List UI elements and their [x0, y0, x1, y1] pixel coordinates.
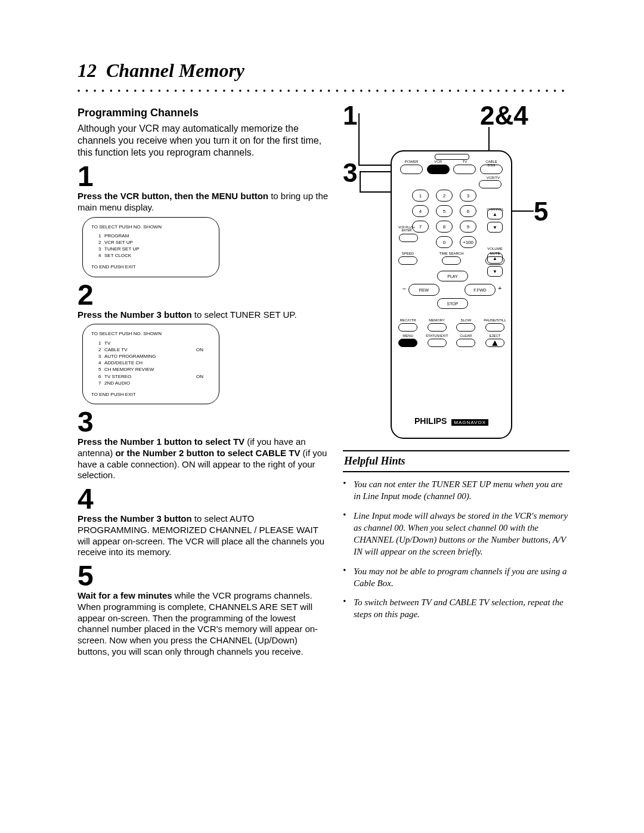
hint-text: Line Input mode will always be stored in… — [354, 510, 569, 558]
bullet-icon: • — [343, 596, 354, 621]
top-mode-row: POWER VCR TV CABLE DSS — [400, 165, 503, 174]
rewind-button[interactable]: REW — [408, 284, 439, 296]
slow-button[interactable] — [456, 323, 475, 332]
hint-item: •Line Input mode will always be stored i… — [343, 510, 569, 558]
menu-option: 2VCR SET UP — [98, 239, 210, 246]
page-title: Channel Memory — [106, 60, 244, 82]
tv-mode-button[interactable]: TV — [453, 165, 476, 174]
speed-button[interactable] — [398, 256, 417, 265]
option-label: CABLE TV — [104, 346, 196, 353]
label: CHANNEL — [487, 208, 504, 211]
eject-icon: ▲ — [490, 337, 500, 348]
play-button[interactable]: PLAY — [437, 271, 468, 281]
number-keypad: 1234567890+100 — [412, 190, 476, 248]
status-exit-button[interactable] — [428, 339, 447, 347]
hint-text: You may not be able to program channels … — [354, 565, 569, 590]
option-state — [196, 252, 210, 259]
menu-button[interactable] — [398, 339, 417, 347]
number-0-button[interactable]: 0 — [436, 236, 453, 248]
number-9-button[interactable]: 9 — [460, 221, 476, 233]
menu-option: 2CABLE TVON — [98, 346, 210, 353]
line — [360, 171, 361, 193]
option-state — [196, 360, 210, 366]
option-number: 1 — [98, 233, 104, 239]
page: 12 Channel Memory • • • • • • • • • • • … — [78, 60, 569, 660]
bullet-icon: • — [343, 478, 354, 503]
row-4: REC/OTR MEMORY SLOW PAUSE/STILL — [398, 318, 505, 332]
plus-label: + — [498, 285, 501, 292]
remote-diagram: 1 2&4 3 5 POWER VCR — [343, 104, 569, 438]
option-label: SET CLOCK — [104, 252, 196, 259]
menu-option: 72ND AUDIO — [98, 380, 210, 386]
option-state — [196, 353, 210, 360]
bullet-icon: • — [343, 565, 354, 590]
option-label: AUTO PROGRAMMING — [104, 353, 196, 360]
header-divider: • • • • • • • • • • • • • • • • • • • • … — [78, 86, 569, 95]
power-button[interactable]: POWER — [400, 165, 423, 174]
stop-button[interactable]: STOP — [437, 298, 468, 309]
menu-option: 5CH MEMORY REVIEW — [98, 366, 210, 373]
vcr-mode-button[interactable]: VCR — [427, 165, 450, 174]
number-3-button[interactable]: 3 — [460, 190, 476, 202]
option-number: 6 — [98, 373, 104, 380]
number-6-button[interactable]: 6 — [460, 205, 476, 217]
number-5-button[interactable]: 5 — [436, 205, 453, 217]
menu-footer: TO END PUSH EXIT — [91, 264, 210, 270]
page-number: 12 — [78, 60, 97, 82]
option-state — [196, 340, 210, 346]
brand-philips: PHILIPS — [414, 416, 447, 426]
menu-option: 1TV — [98, 340, 210, 346]
channel-down-button[interactable]: ▼ — [487, 222, 503, 233]
menu-header: TO SELECT PUSH NO. SHOWN — [91, 330, 210, 337]
number-8-button[interactable]: 8 — [436, 221, 453, 233]
clear-button[interactable] — [456, 339, 475, 347]
option-label: TUNER SET UP — [104, 246, 196, 252]
eject-button[interactable]: ▲ — [485, 339, 504, 347]
ffwd-button[interactable]: F.FWD — [465, 284, 496, 296]
option-label: VCR SET UP — [104, 239, 196, 246]
rec-otr-button[interactable] — [398, 323, 417, 332]
vcr-tv-button[interactable]: VCR/TV — [479, 180, 501, 188]
helpful-hints-title: Helpful Hints — [343, 450, 569, 472]
time-search-button[interactable] — [442, 256, 461, 265]
option-number: 1 — [98, 340, 104, 346]
line — [511, 210, 534, 212]
label: CLEAR — [460, 334, 472, 337]
row-5: MENU STATUS/EXIT CLEAR EJECT▲ — [398, 334, 505, 347]
tuner-setup-display: TO SELECT PUSH NO. SHOWN 1TV2CABLE TVON3… — [82, 324, 219, 404]
pause-still-button[interactable] — [485, 323, 504, 332]
cable-dss-button[interactable]: CABLE DSS — [480, 165, 503, 174]
callout-5: 5 — [534, 197, 548, 227]
option-state — [196, 233, 210, 239]
channel-rocker: CHANNEL ▲ ▼ — [487, 209, 503, 233]
number-+100-button[interactable]: +100 — [460, 236, 476, 248]
brand-line: PHILIPS MAGNAVOX — [392, 416, 511, 426]
step-body: Wait for a few minutes while the VCR pro… — [78, 590, 329, 658]
menu-option: 1PROGRAM — [98, 233, 210, 239]
option-label: 2ND AUDIO — [104, 380, 196, 386]
number-2-button[interactable]: 2 — [436, 190, 453, 202]
option-number: 4 — [98, 252, 104, 259]
number-1-button[interactable]: 1 — [412, 190, 429, 202]
minus-label: – — [402, 285, 406, 292]
hints-list: •You can not enter the TUNER SET UP menu… — [343, 478, 569, 621]
option-state: ON — [196, 346, 210, 353]
section-subheading: Programming Channels — [78, 107, 329, 119]
step-body: Press the Number 3 button to select AUTO… — [78, 513, 329, 558]
step-number: 4 — [78, 485, 329, 513]
vcr-plus-enter-button[interactable]: VCR PLUS+ ENTER — [399, 234, 418, 242]
hint-text: To switch between TV and CABLE TV select… — [354, 596, 569, 621]
option-label: PROGRAM — [104, 233, 196, 239]
label: STATUS/EXIT — [426, 334, 448, 337]
memory-button[interactable] — [428, 323, 447, 332]
menu-option: 4ADD/DELETE CH — [98, 360, 210, 366]
volume-up-button[interactable]: ▲ — [487, 253, 503, 264]
brand-magnavox: MAGNAVOX — [451, 419, 488, 426]
step-number: 5 — [78, 562, 329, 590]
step-number: 3 — [78, 408, 329, 436]
menu-footer: TO END PUSH EXIT — [91, 391, 210, 398]
option-number: 3 — [98, 353, 104, 360]
number-4-button[interactable]: 4 — [412, 205, 429, 217]
hint-text: You can not enter the TUNER SET UP menu … — [354, 478, 569, 503]
hint-item: •You can not enter the TUNER SET UP menu… — [343, 478, 569, 503]
